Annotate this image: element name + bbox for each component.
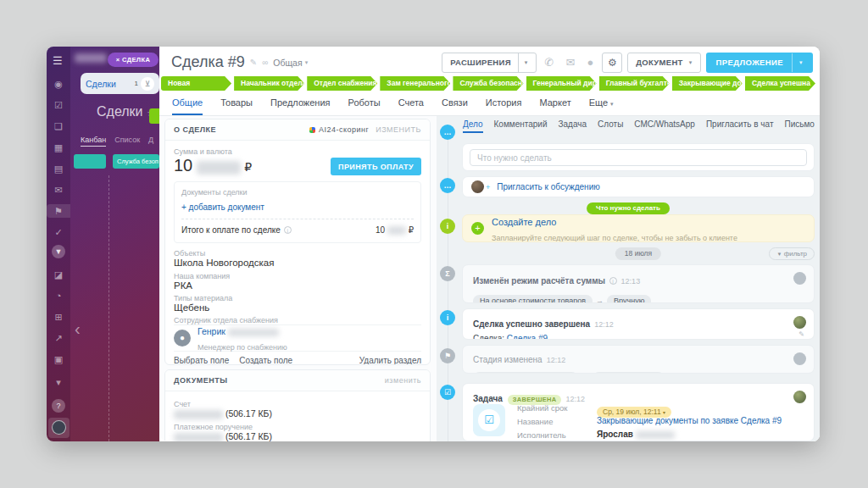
invoice-file[interactable]: (506.17 КБ) <box>174 408 272 419</box>
extensions-button[interactable]: РАСШИРЕНИЯ ▾ <box>442 53 536 73</box>
assignee-value[interactable]: Ярослав <box>597 430 675 439</box>
hamburger-menu-icon[interactable]: ☰ <box>53 54 63 67</box>
kanban-quick-add-pill[interactable] <box>74 154 106 169</box>
download-icon[interactable]: ⊻ <box>141 77 154 91</box>
calendar-icon[interactable]: ▦ <box>47 141 70 154</box>
ttab-comment[interactable]: Комментарий <box>494 119 548 133</box>
contacts-icon[interactable]: ▣ <box>47 352 70 366</box>
filter-button[interactable]: ▼ фильтр <box>769 247 815 260</box>
help-icon[interactable]: ? <box>47 398 70 413</box>
add-document-link[interactable]: + добавить документ <box>181 202 414 212</box>
pulse-icon[interactable]: ◉ <box>47 77 70 91</box>
accept-payment-button[interactable]: ПРИНЯТЬ ОПЛАТУ <box>331 158 421 175</box>
view-tab-kanban[interactable]: Канбан <box>81 136 106 147</box>
crm-icon[interactable]: ⚑ <box>47 204 70 218</box>
edit-about-link[interactable]: изменить <box>376 125 421 134</box>
activity-input[interactable] <box>470 149 807 166</box>
author-avatar[interactable] <box>793 391 806 403</box>
create-activity-card[interactable]: + Создайте дело Запланируйте следующий ш… <box>462 214 815 242</box>
add-participant-icon[interactable]: + <box>486 183 490 191</box>
task-entry[interactable]: ЗадачаЗАВЕРШЕНА12:12 ☑ Крайний срок Ср, … <box>462 383 815 441</box>
tab-more[interactable]: Еще▾ <box>589 97 614 115</box>
create-activity-link[interactable]: Создайте дело <box>492 217 556 227</box>
close-icon[interactable]: × <box>116 56 120 64</box>
deal-link[interactable]: Сделка #9 <box>507 334 548 340</box>
ttab-slots[interactable]: Слоты <box>598 119 623 133</box>
field-material-value[interactable]: Щебень <box>174 302 209 313</box>
funnel-icon[interactable]: ▼ <box>47 244 70 258</box>
ttab-task[interactable]: Задача <box>559 119 587 133</box>
stage-changed-entry[interactable]: Стадия изменена12:12 Закрывающие докумен… <box>462 345 815 374</box>
tab-history[interactable]: История <box>486 97 522 115</box>
create-field-link[interactable]: Создать поле <box>239 356 292 365</box>
tasks-icon[interactable]: ☑ <box>47 98 70 112</box>
stage-supply-dept[interactable]: Отдел снабжения <box>307 76 377 91</box>
stage-deputy-general[interactable]: Зам генерального <box>380 76 450 91</box>
tab-links[interactable]: Связи <box>442 97 468 115</box>
select-field-link[interactable]: Выбрать поле <box>174 356 229 365</box>
user-avatar[interactable] <box>48 418 70 438</box>
stage-security[interactable]: Служба безопасности <box>453 76 523 91</box>
payment-order-file[interactable]: (506.17 КБ) <box>174 431 272 441</box>
ttab-activity[interactable]: Дело <box>463 119 483 133</box>
edit-documents-link[interactable]: изменить <box>385 376 421 385</box>
employee-name-link[interactable]: Генрик <box>198 326 279 336</box>
compass-icon[interactable]: ◔ <box>47 289 70 302</box>
plus-circle-icon[interactable]: + <box>471 222 484 235</box>
deal-header: Сделка #9 ✎ ∞ Общая ▾ РАСШИРЕНИЯ ▾ ✆ ✉ ●… <box>171 51 813 74</box>
chart-icon[interactable]: ↗ <box>47 331 70 345</box>
edit-title-icon[interactable]: ✎ <box>250 58 257 67</box>
documents-title: ДОКУМЕНТЫ <box>174 376 228 385</box>
copy-link-icon[interactable]: ∞ <box>262 58 268 67</box>
tab-invoices[interactable]: Счета <box>398 97 424 115</box>
field-company-value[interactable]: РКА <box>174 280 192 291</box>
sum-mode-entry[interactable]: Изменён режим расчёта суммы i12:13 На ос… <box>462 264 815 303</box>
stage-general-director[interactable]: Генеральный директор <box>526 76 597 91</box>
invite-discussion-row[interactable]: + Пригласить к обсуждению <box>462 176 815 197</box>
stage-deal-won[interactable]: Сделка успешна <box>745 76 815 91</box>
documents-icon[interactable]: ▤ <box>47 162 70 175</box>
invite-discussion-link[interactable]: Пригласить к обсуждению <box>497 182 599 191</box>
document-button[interactable]: ДОКУМЕНТ ▾ <box>627 53 700 73</box>
deal-done-entry[interactable]: Сделка успешно завершена12:12 Сделка: Сд… <box>462 308 815 340</box>
collapse-panel-icon[interactable]: ‹ <box>75 319 81 339</box>
ttab-letter[interactable]: Письмо <box>784 119 814 133</box>
task-name-link[interactable]: Закрывающие документы по заявке Сделка #… <box>597 416 782 425</box>
add-deal-button-sliver[interactable] <box>149 108 159 124</box>
ttab-sms[interactable]: СМС/WhatsApp <box>634 119 695 133</box>
email-icon[interactable]: ✉ <box>563 56 579 69</box>
tab-robots[interactable]: Роботы <box>348 97 381 115</box>
chevron-down-circle-icon[interactable]: ▾ <box>47 375 70 389</box>
author-avatar[interactable] <box>793 316 806 329</box>
ai-scoring-badge[interactable]: AI24-скоринг <box>309 125 369 134</box>
pin-icon[interactable]: ✎ <box>798 330 804 338</box>
deals-browser-tab[interactable]: Сделки 1 ⊻ <box>81 73 159 94</box>
mail-icon[interactable]: ✉ <box>47 183 70 197</box>
tab-quotes[interactable]: Предложения <box>270 97 331 115</box>
tab-market[interactable]: Маркет <box>539 97 570 115</box>
pipeline-selector[interactable]: Общая <box>273 58 302 68</box>
stage-closing-docs[interactable]: Закрывающие докумен... <box>672 76 743 91</box>
info-icon[interactable]: i <box>284 226 292 234</box>
stage-new[interactable]: Новая <box>161 76 231 91</box>
phone-icon[interactable]: ✆ <box>542 56 558 69</box>
ttab-invite-chat[interactable]: Пригласить в чат <box>706 119 774 133</box>
author-avatar[interactable] <box>793 272 806 285</box>
author-avatar[interactable] <box>793 352 806 365</box>
app-1c-icon[interactable]: ● <box>583 56 597 69</box>
delete-section-link[interactable]: Удалить раздел <box>359 356 421 365</box>
stage-supply-head[interactable]: Начальник отдела снаб... <box>234 76 304 91</box>
stage-chief-accountant[interactable]: Главный бухгалтер <box>599 76 670 91</box>
settings-gear-button[interactable]: ⚙ <box>602 53 622 73</box>
tab-general[interactable]: Общие <box>172 97 203 115</box>
tab-products[interactable]: Товары <box>220 97 253 115</box>
shop-icon[interactable]: ⊞ <box>47 310 70 324</box>
check-icon[interactable]: ✓ <box>47 225 70 239</box>
view-tab-more[interactable]: Д <box>148 136 153 147</box>
messenger-icon[interactable]: ❏ <box>47 119 70 133</box>
briefcase-icon[interactable]: ◪ <box>47 268 70 281</box>
field-objects-value[interactable]: Школа Новогородская <box>174 258 274 268</box>
deal-tab-chip[interactable]: × СДЕЛКА <box>108 53 159 67</box>
view-tab-list[interactable]: Список <box>114 136 140 147</box>
proposal-button[interactable]: ПРЕДЛОЖЕНИЕ ▾ <box>706 53 813 73</box>
